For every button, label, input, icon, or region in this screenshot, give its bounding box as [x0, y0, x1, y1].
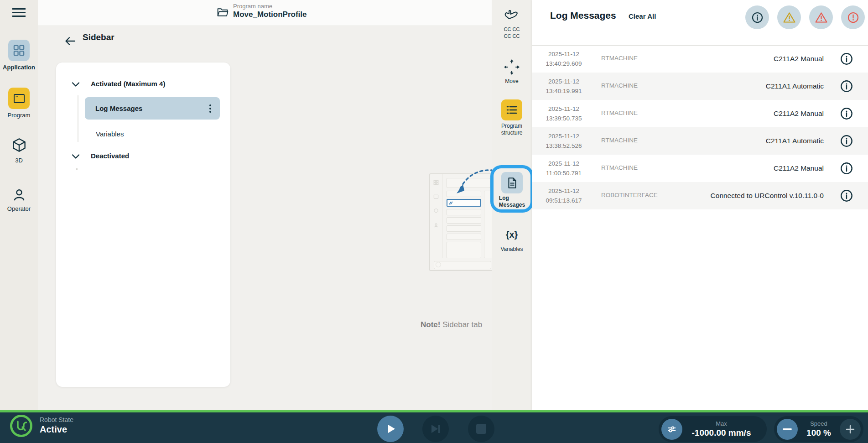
speed-increase-button[interactable]	[840, 419, 861, 440]
nav-item-application[interactable]: Application	[0, 40, 38, 71]
nav-label-3d: 3D	[0, 157, 38, 164]
plus-icon	[845, 424, 856, 435]
tree-item-label: Log Messages	[95, 104, 206, 112]
toolbar-label: Variables	[492, 246, 532, 253]
log-message: C211A2 Manual	[774, 109, 824, 118]
play-icon	[385, 423, 396, 435]
kebab-menu-icon[interactable]	[206, 104, 214, 113]
max-value: -1000.00 mm/s	[682, 427, 760, 438]
program-window-icon	[8, 88, 30, 109]
stop-button[interactable]	[468, 416, 494, 442]
log-panel-title: Log Messages	[550, 10, 616, 21]
activated-group-label[interactable]: Activated (Maximum 4)	[91, 80, 165, 88]
main-content: Sidebar Activated (Maximum 4) Log Messag…	[38, 26, 492, 410]
robot-state-label: Robot State	[40, 416, 73, 424]
footer-control-bar: Robot State Active Max -1000.00 mm/s	[0, 410, 868, 443]
toolbar-label: Log	[499, 195, 525, 202]
row-info-button[interactable]	[840, 52, 853, 65]
stop-icon	[476, 424, 486, 434]
clear-all-button[interactable]: Clear All	[629, 12, 656, 20]
warning-triangle-icon	[783, 11, 796, 24]
ghost-row	[447, 242, 481, 258]
row-info-button[interactable]	[840, 135, 853, 147]
app-window: Application Program 3D	[0, 0, 868, 443]
tree-item-log-messages[interactable]: Log Messages	[85, 97, 220, 120]
toolbar-item-program-structure[interactable]: Program structure	[492, 99, 532, 136]
toolbar-item-gesture[interactable]: CC CC CC CC	[492, 9, 532, 40]
warning-triangle-icon	[815, 11, 828, 24]
nav-label-program: Program	[0, 112, 38, 119]
log-message: C211A2 Manual	[774, 55, 824, 63]
filter-warning-critical-button[interactable]	[809, 5, 833, 29]
row-info-button[interactable]	[840, 107, 853, 120]
log-date: 2025-11-12	[540, 104, 587, 114]
log-row: 2025-11-1213:38:52.526 RTMACHINE C211A1 …	[532, 127, 868, 155]
log-row: 2025-11-1213:40:19.991 RTMACHINE C211A1 …	[532, 73, 868, 100]
toolbar-item-log-messages-active[interactable]: Log Messages	[490, 165, 534, 213]
log-message: C211A1 Automatic	[766, 82, 824, 90]
toolbar-item-move[interactable]: Move	[492, 58, 532, 85]
hamburger-menu-button[interactable]	[12, 6, 26, 19]
log-time: 13:40:19.991	[540, 86, 587, 96]
row-info-button[interactable]	[840, 162, 853, 175]
ghost-bottom-bar	[434, 261, 491, 269]
tree-line-end-dot	[76, 168, 78, 170]
hand-gesture-icon	[492, 9, 532, 23]
log-date: 2025-11-12	[540, 186, 587, 196]
right-toolbar: CC CC CC CC Move Progra	[492, 0, 532, 410]
max-label: Max	[682, 420, 760, 427]
row-info-button[interactable]	[840, 189, 853, 202]
log-date: 2025-11-12	[540, 49, 587, 59]
ghost-row	[447, 225, 481, 232]
back-arrow-button[interactable]	[64, 36, 77, 47]
tree-item-variables[interactable]: Variables	[96, 130, 124, 138]
log-row: 2025-11-1213:39:50.735 RTMACHINE C211A2 …	[532, 100, 868, 127]
speed-settings-button[interactable]	[661, 419, 682, 440]
toolbar-item-variables[interactable]: {x} Variables	[492, 229, 532, 253]
toolbar-label: Messages	[499, 202, 525, 208]
program-name-label: Program name	[233, 3, 307, 10]
log-row: 2025-11-1213:40:29.609 RTMACHINE C211A2 …	[532, 45, 868, 73]
nav-item-program[interactable]: Program	[0, 88, 38, 119]
step-button[interactable]	[422, 416, 449, 442]
speed-decrease-button[interactable]	[777, 419, 798, 440]
play-button[interactable]	[377, 416, 404, 442]
left-nav-rail: Application Program 3D	[0, 0, 38, 410]
note-text: Note! Sidebar tab	[421, 320, 482, 329]
nav-label-operator: Operator	[0, 205, 38, 212]
log-source: RTMACHINE	[601, 109, 638, 116]
filter-warning-button[interactable]	[777, 5, 801, 29]
robot-state-value: Active	[40, 424, 73, 435]
error-circle-icon	[847, 11, 859, 24]
nav-item-operator[interactable]: Operator	[0, 187, 38, 212]
ghost-row	[447, 234, 481, 240]
program-name-block[interactable]: Program name Move_MotionProfile	[233, 3, 307, 20]
log-row: 2025-11-1211:00:50.791 RTMACHINE C211A2 …	[532, 155, 868, 182]
nav-item-3d[interactable]: 3D	[0, 137, 38, 164]
log-document-icon	[501, 172, 523, 193]
tutorial-arrow	[421, 165, 492, 222]
open-folder-icon	[217, 6, 229, 18]
move-arrows-icon	[492, 58, 532, 76]
skip-to-end-icon	[429, 423, 442, 435]
row-info-button[interactable]	[840, 80, 853, 93]
toolbar-label: Program	[492, 123, 532, 130]
chevron-down-icon[interactable]	[72, 154, 80, 159]
filter-error-button[interactable]	[841, 5, 865, 29]
filter-info-button[interactable]	[745, 5, 769, 29]
program-name-value: Move_MotionProfile	[233, 10, 307, 20]
deactivated-group-label[interactable]: Deactivated	[91, 152, 129, 160]
sliders-icon	[666, 424, 677, 435]
log-row: 2025-11-1209:51:13.617 ROBOTINTERFACE Co…	[532, 182, 868, 209]
log-messages-panel: Log Messages Clear All	[532, 0, 868, 410]
robot-state-block: Robot State Active	[40, 416, 73, 435]
variables-icon: {x}	[492, 229, 532, 240]
toolbar-label: CC CC	[492, 26, 532, 33]
chevron-down-icon[interactable]	[72, 82, 80, 87]
minus-icon	[783, 428, 792, 430]
speed-value: 100 %	[798, 427, 840, 438]
operator-person-icon	[0, 187, 38, 203]
log-source: RTMACHINE	[601, 55, 638, 62]
log-date: 2025-11-12	[540, 77, 587, 86]
toolbar-label: structure	[492, 130, 532, 136]
